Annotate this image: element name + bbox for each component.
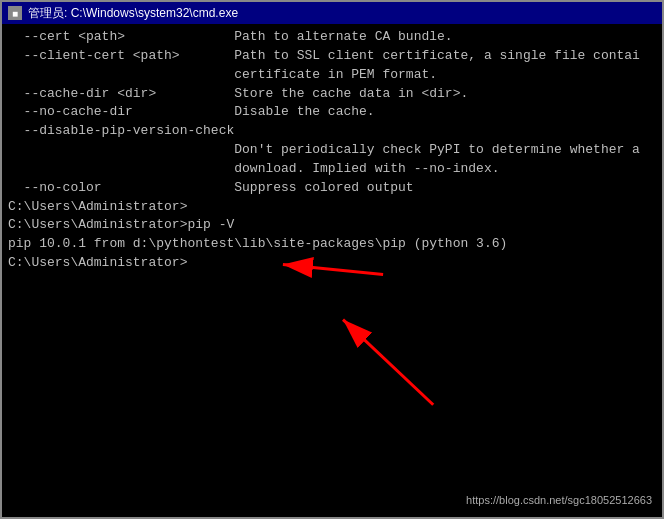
window-icon: ■ xyxy=(8,6,22,20)
terminal-area[interactable]: --cert <path> Path to alternate CA bundl… xyxy=(2,24,662,517)
terminal-line: --cache-dir <dir> Store the cache data i… xyxy=(8,85,656,104)
terminal-line: C:\Users\Administrator>pip -V xyxy=(8,216,656,235)
title-bar: ■ 管理员: C:\Windows\system32\cmd.exe xyxy=(2,2,662,24)
watermark: https://blog.csdn.net/sgc18052512663 xyxy=(466,493,652,509)
terminal-line: download. Implied with --no-index. xyxy=(8,160,656,179)
terminal-line: --no-color Suppress colored output xyxy=(8,179,656,198)
terminal-line: --no-cache-dir Disable the cache. xyxy=(8,103,656,122)
terminal-line: certificate in PEM format. xyxy=(8,66,656,85)
terminal-line: C:\Users\Administrator> xyxy=(8,254,656,273)
terminal-line: pip 10.0.1 from d:\pythontest\lib\site-p… xyxy=(8,235,656,254)
terminal-line: Don't periodically check PyPI to determi… xyxy=(8,141,656,160)
terminal-line: C:\Users\Administrator> xyxy=(8,198,656,217)
svg-line-3 xyxy=(343,320,433,405)
terminal-output: --cert <path> Path to alternate CA bundl… xyxy=(8,28,656,273)
terminal-line: --cert <path> Path to alternate CA bundl… xyxy=(8,28,656,47)
cmd-window: ■ 管理员: C:\Windows\system32\cmd.exe --cer… xyxy=(0,0,664,519)
terminal-line: --disable-pip-version-check xyxy=(8,122,656,141)
title-text: 管理员: C:\Windows\system32\cmd.exe xyxy=(28,5,656,22)
terminal-line: --client-cert <path> Path to SSL client … xyxy=(8,47,656,66)
